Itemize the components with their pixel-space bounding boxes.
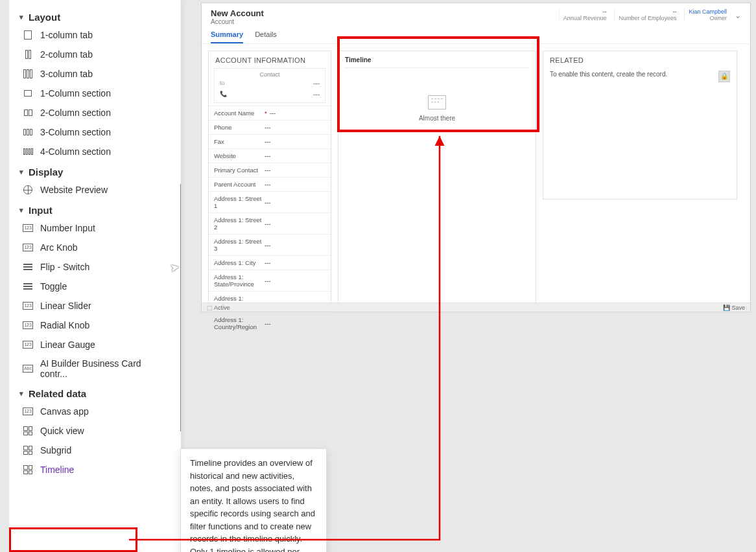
item-label: Quick view (40, 426, 84, 436)
timeline-empty-state: Almost there (345, 68, 529, 122)
group-title: Layout (29, 12, 60, 23)
field-value: --- (270, 109, 276, 117)
field-value: --- (265, 199, 271, 206)
component-linear-slider[interactable]: 123 Linear Slider (9, 296, 181, 316)
group-title: Display (29, 167, 63, 178)
item-label: 2-Column section (40, 108, 111, 118)
flip-switch-icon (22, 261, 34, 273)
timeline-tooltip: Timeline provides an overview of histori… (180, 448, 327, 552)
timeline-title: Timeline (345, 56, 529, 68)
form-preview-canvas: New Account Account -- Annual Revenue --… (201, 3, 751, 312)
group-title: Input (29, 205, 53, 216)
component-quick-view[interactable]: Quick view (9, 421, 181, 441)
field-label: Account Name (214, 109, 265, 117)
component-3-column-section[interactable]: 3-Column section (9, 122, 181, 142)
field-label: Address 1: Country/Region (214, 316, 265, 330)
scrollbar-thumb[interactable] (180, 184, 182, 431)
tab-details[interactable]: Details (255, 28, 277, 43)
subgrid-icon (22, 444, 34, 456)
footer-status: ⬚ Active (207, 305, 230, 311)
component-arc-knob[interactable]: 123 Arc Knob (9, 238, 181, 257)
component-number-input[interactable]: 123 Number Input (9, 218, 181, 238)
radial-knob-icon: 123 (22, 319, 34, 331)
one-column-section-icon (22, 87, 34, 99)
header-chevron-icon[interactable]: ⌄ (735, 8, 741, 20)
tab-summary[interactable]: Summary (211, 28, 243, 43)
item-label: 1-column tab (40, 30, 93, 40)
group-header-display[interactable]: ▾ Display (9, 161, 181, 180)
component-4-column-section[interactable]: 4-Column section (9, 142, 181, 161)
panel-heading: ACCOUNT INFORMATION (209, 51, 331, 67)
form-footer: ⬚ Active 💾 Save (202, 303, 750, 312)
form-title: New Account (211, 8, 264, 18)
component-ai-builder-card[interactable]: Abc AI Builder Business Card contr... (9, 354, 181, 383)
component-2-column-section[interactable]: 2-Column section (9, 103, 181, 122)
item-label: 3-Column section (40, 127, 111, 137)
form-field-row[interactable]: Primary Contact--- (209, 163, 331, 177)
chevron-down-icon: ▾ (19, 168, 23, 176)
form-field-row[interactable]: Address 1: Street 1--- (209, 191, 331, 213)
item-label: Timeline (40, 465, 74, 475)
scroll-up-arrow-icon[interactable]: ▴ (180, 0, 182, 8)
component-2-column-tab[interactable]: 2-column tab (9, 45, 181, 64)
item-label: 2-column tab (40, 49, 93, 60)
chevron-down-icon: ▾ (19, 206, 23, 214)
contact-row-key: to (220, 80, 235, 87)
field-label: Website (214, 152, 265, 159)
item-label: 3-column tab (40, 69, 93, 79)
component-subgrid[interactable]: Subgrid (9, 441, 181, 460)
component-1-column-section[interactable]: 1-Column section (9, 84, 181, 103)
component-timeline[interactable]: Timeline (9, 460, 181, 479)
item-label: Flip - Switch (40, 262, 89, 272)
field-value: --- (265, 181, 271, 188)
group-header-layout[interactable]: ▾ Layout (9, 6, 181, 25)
group-header-input[interactable]: ▾ Input (9, 200, 181, 218)
form-field-row[interactable]: Address 1: City--- (209, 255, 331, 270)
form-field-row[interactable]: Address 1: Street 2--- (209, 213, 331, 234)
footer-save[interactable]: 💾 Save (723, 305, 745, 311)
group-header-related-data[interactable]: ▾ Related data (9, 383, 181, 402)
item-label: Linear Gauge (40, 339, 95, 350)
component-toggle[interactable]: Toggle (9, 277, 181, 296)
related-panel: RELATED To enable this content, create t… (543, 51, 737, 200)
component-linear-gauge[interactable]: 123 Linear Gauge (9, 335, 181, 354)
field-value: --- (265, 152, 271, 159)
related-text: To enable this content, create the recor… (550, 71, 667, 78)
item-label: Toggle (40, 281, 67, 292)
contact-row-key: 📞 (220, 91, 235, 98)
header-label: Number of Employees (619, 15, 676, 21)
component-flip-switch[interactable]: Flip - Switch (9, 257, 181, 277)
timeline-panel[interactable]: Timeline Almost there (338, 51, 536, 308)
ai-card-icon: Abc (22, 363, 34, 374)
form-field-row[interactable]: Address 1: State/Province--- (209, 270, 331, 291)
component-website-preview[interactable]: Website Preview (9, 180, 181, 200)
sidebar-scrollbar[interactable]: ▴ (180, 0, 182, 431)
field-value: --- (265, 124, 271, 131)
component-3-column-tab[interactable]: 3-column tab (9, 64, 181, 84)
canvas-app-icon: 123 (22, 406, 34, 417)
form-field-row[interactable]: Address 1: Country/Region--- (209, 312, 331, 334)
contact-card: Contact to--- 📞--- (214, 68, 325, 103)
item-label: 1-Column section (40, 88, 111, 98)
form-subtitle: Account (211, 18, 264, 25)
form-field-row[interactable]: Parent Account--- (209, 177, 331, 191)
component-canvas-app[interactable]: 123 Canvas app (9, 402, 181, 421)
three-column-section-icon (22, 126, 34, 138)
contact-row-val: --- (313, 91, 320, 98)
four-column-section-icon (22, 146, 34, 157)
form-tabs: Summary Details (202, 27, 750, 44)
field-label: Address 1: Street 3 (214, 238, 265, 252)
form-field-row[interactable]: Fax--- (209, 134, 331, 148)
form-field-row[interactable]: Address 1: Street 3--- (209, 234, 331, 255)
two-column-section-icon (22, 107, 34, 119)
contact-row-val: --- (313, 80, 320, 87)
component-1-column-tab[interactable]: 1-column tab (9, 25, 181, 45)
component-radial-knob[interactable]: 123 Radial Knob (9, 316, 181, 335)
panel-heading: RELATED (543, 51, 737, 67)
form-field-row[interactable]: Website--- (209, 148, 331, 163)
item-label: Number Input (40, 223, 95, 233)
form-field-row[interactable]: Phone--- (209, 120, 331, 134)
linear-slider-icon: 123 (22, 300, 34, 312)
field-value: --- (265, 242, 271, 249)
form-field-row[interactable]: Account Name*--- (209, 106, 331, 120)
